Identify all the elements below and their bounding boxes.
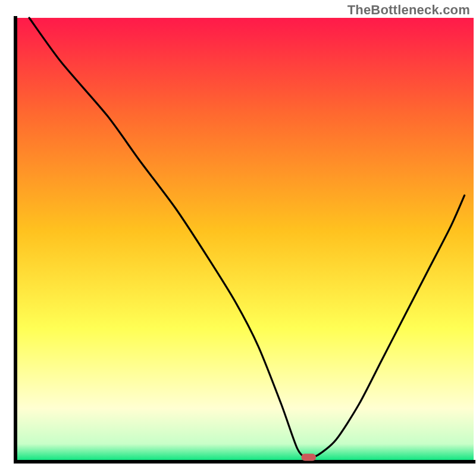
watermark-text: TheBottleneck.com	[347, 2, 470, 18]
bottleneck-chart	[0, 0, 476, 476]
optimal-point-marker	[301, 454, 316, 461]
chart-stage: TheBottleneck.com	[0, 0, 476, 476]
plot-background-gradient	[15, 18, 474, 462]
